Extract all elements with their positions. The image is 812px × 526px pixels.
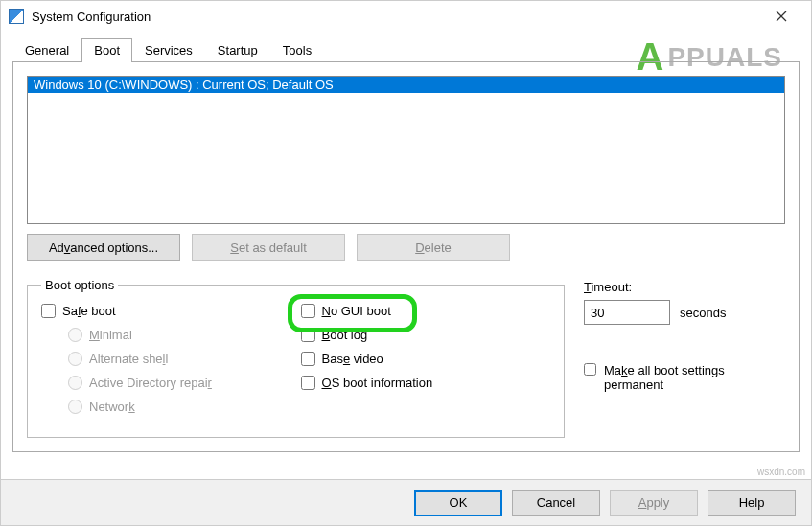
no-gui-boot-checkbox[interactable]: No GUI boot [301, 304, 551, 318]
safe-boot-network-radio: Network [68, 400, 291, 414]
close-button[interactable] [759, 2, 803, 31]
make-permanent-checkbox[interactable]: Make all boot settings permanent [584, 363, 785, 392]
os-boot-info-checkbox[interactable]: OS boot information [301, 376, 551, 390]
no-gui-boot-input[interactable] [301, 304, 315, 318]
window-title: System Configuration [32, 10, 759, 24]
safe-boot-minimal-radio: Minimal [68, 328, 291, 342]
boot-options-legend: Boot options [41, 278, 118, 292]
safe-boot-checkbox[interactable]: Safe boot [41, 304, 291, 318]
boot-options-group: Boot options Safe boot Minimal Alternate… [27, 278, 565, 438]
boot-log-input[interactable] [301, 328, 315, 342]
dialog-footer: OK Cancel Apply Help [1, 479, 811, 525]
make-permanent-input[interactable] [584, 363, 596, 376]
os-button-row: Advanced options... Set as default Delet… [27, 234, 785, 261]
cancel-button[interactable]: Cancel [512, 490, 600, 516]
apply-button: Apply [610, 490, 698, 516]
os-boot-info-input[interactable] [301, 376, 315, 390]
source-watermark: wsxdn.com [757, 467, 805, 477]
tab-general[interactable]: General [12, 38, 81, 62]
adrepair-input [68, 376, 82, 390]
app-icon [9, 9, 24, 24]
timeout-unit: seconds [680, 306, 726, 320]
boot-log-checkbox[interactable]: Boot log [301, 328, 551, 342]
safe-boot-altshell-radio: Alternate shell [68, 352, 291, 366]
close-icon [776, 11, 787, 22]
base-video-input[interactable] [301, 352, 315, 366]
set-as-default-button: Set as default [192, 234, 345, 261]
altshell-input [68, 352, 82, 366]
tab-startup[interactable]: Startup [205, 38, 270, 62]
ok-button[interactable]: OK [414, 490, 502, 516]
timeout-panel: Timeout: seconds Make all boot settings … [584, 278, 785, 438]
safe-boot-adrepair-radio: Active Directory repair [68, 376, 291, 390]
network-input [68, 400, 82, 414]
tabstrip: General Boot Services Startup Tools [12, 37, 800, 62]
delete-button: Delete [357, 234, 510, 261]
boot-os-listbox[interactable]: Windows 10 (C:\WINDOWS) : Current OS; De… [27, 76, 785, 224]
tab-tools[interactable]: Tools [270, 38, 324, 62]
base-video-checkbox[interactable]: Base video [301, 352, 551, 366]
titlebar: System Configuration [1, 1, 811, 32]
timeout-label: Timeout: [584, 280, 785, 294]
timeout-input[interactable] [584, 300, 670, 325]
minimal-input [68, 328, 82, 342]
help-button[interactable]: Help [708, 490, 796, 516]
safe-boot-input[interactable] [41, 304, 56, 318]
advanced-options-button[interactable]: Advanced options... [27, 234, 180, 261]
tab-panel-boot: Windows 10 (C:\WINDOWS) : Current OS; De… [12, 62, 800, 452]
tab-boot[interactable]: Boot [81, 38, 132, 62]
tab-services[interactable]: Services [132, 38, 205, 62]
boot-os-item[interactable]: Windows 10 (C:\WINDOWS) : Current OS; De… [28, 77, 784, 93]
